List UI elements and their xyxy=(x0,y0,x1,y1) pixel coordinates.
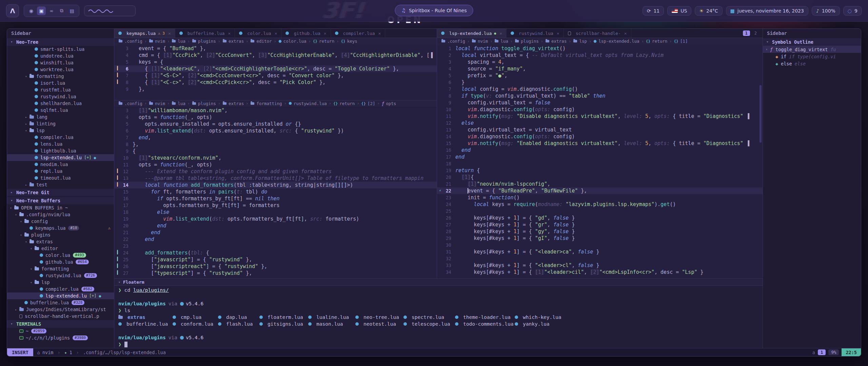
breadcrumb-segment[interactable]: plugins xyxy=(192,39,216,44)
breadcrumb-segment[interactable]: lua xyxy=(172,39,185,44)
breadcrumb-segment[interactable]: editor xyxy=(250,39,272,44)
close-icon[interactable]: × xyxy=(624,31,627,36)
close-icon[interactable]: × xyxy=(275,31,277,36)
code-line[interactable]: 28 keys[#keys + 1] = { "gy", false } xyxy=(437,228,763,235)
close-icon[interactable]: × xyxy=(228,31,231,36)
neotree-buffers-section-header[interactable]: ▾ Neo-Tree Buffers xyxy=(7,197,114,204)
code-line[interactable]: 10 vim.diagnostic.config(opts: config) xyxy=(437,106,763,113)
tree-item[interactable]: shellharden.lua xyxy=(7,100,114,107)
editor-tab[interactable]: github.lua× xyxy=(281,29,331,38)
code-line[interactable]: 14 vim.diagnostic.config(opts: config) xyxy=(437,133,763,140)
tree-item[interactable]: lsp-extended.lu[+]◉ xyxy=(7,154,114,161)
code-line[interactable]: 24 local keys = require(modname: "lazyvi… xyxy=(437,201,763,208)
scribble-input[interactable] xyxy=(84,5,136,16)
outline-item[interactable]: ◈elseelse xyxy=(763,60,861,67)
statusline-tab-indicator[interactable]: 1 xyxy=(818,349,826,355)
tabpage-number[interactable]: 1 xyxy=(743,30,750,36)
editor-tab[interactable]: keymaps.lua⚠ 3× xyxy=(114,29,175,38)
terminals-section-header[interactable]: ▾ TERMINALS xyxy=(7,320,114,328)
topbar-button-icon[interactable]: ∞ xyxy=(47,6,56,15)
tree-item[interactable]: winshift.lua xyxy=(7,59,114,66)
close-icon[interactable]: × xyxy=(378,31,381,36)
close-icon[interactable]: × xyxy=(324,31,327,36)
tree-item[interactable]: lens.lua xyxy=(7,141,114,147)
tree-item[interactable]: worktree.lua xyxy=(7,66,114,73)
symbols-outline-header[interactable]: ▾ Symbols Outline xyxy=(763,38,861,46)
code-line[interactable]: 21 [1]"neovim/nvim-lspconfig", xyxy=(437,181,763,187)
tree-item[interactable]: ▸test xyxy=(7,181,114,188)
tree-item[interactable]: color.lua#493 xyxy=(7,252,114,259)
code-window-color-lua[interactable]: 3 event = { "BufRead" },4 cmd = { [1]"Cc… xyxy=(114,44,437,100)
close-icon[interactable]: × xyxy=(168,31,171,36)
tree-item[interactable]: ▾.config/nvim/lua xyxy=(7,211,114,218)
tree-item[interactable]: ▾extras xyxy=(7,238,114,245)
code-line[interactable]: 23 xyxy=(114,243,437,249)
code-line[interactable]: 5 prefix = "●", xyxy=(437,72,763,79)
code-line[interactable]: 19return { xyxy=(437,167,763,174)
code-line[interactable]: 15 vim.notify(msg: "Enabled diagnostics … xyxy=(437,140,763,147)
breadcrumb-segment[interactable]: lua xyxy=(494,39,508,44)
code-line[interactable]: 11 vim.notify(msg: "Disable diagnostics … xyxy=(437,113,763,120)
code-line[interactable]: 12 else xyxy=(437,120,763,126)
tabpage-number[interactable]: 2 xyxy=(752,30,759,36)
code-line[interactable]: 8}, xyxy=(114,141,437,148)
tree-item[interactable]: ▾plugins xyxy=(7,231,114,238)
code-line[interactable]: 15 for ft, formatters in pairs(t: tbl) d… xyxy=(114,188,437,195)
scrollbar-handle[interactable] xyxy=(760,85,762,143)
outline-item[interactable]: ▾ƒtoggle_diag_virtextfu xyxy=(763,46,861,53)
code-line[interactable]: 24 add_formatters(tbl: { xyxy=(114,249,437,256)
code-line[interactable]: 16 end xyxy=(437,147,763,154)
breadcrumb-segment[interactable]: {}[1] xyxy=(674,39,688,44)
breadcrumb-segment[interactable]: nvim xyxy=(149,101,165,106)
code-line[interactable]: 6 vim.list_extend(dst: opts.ensure_insta… xyxy=(114,127,437,134)
breadcrumb-segment[interactable]: lua xyxy=(172,101,185,106)
code-line[interactable]: 9{ xyxy=(114,148,437,155)
code-line[interactable]: 3 spacing = 4, xyxy=(437,59,763,65)
breadcrumb-segment[interactable]: {}return xyxy=(646,39,667,44)
breadcrumb-segment[interactable]: nvim xyxy=(149,39,165,44)
tree-item[interactable]: rustywind.lua xyxy=(7,93,114,100)
breadcrumb-segment[interactable]: nvim xyxy=(472,39,488,44)
breadcrumb-segment[interactable]: {}[2] xyxy=(361,101,375,106)
neotree-section-header[interactable]: ▾ Neo-Tree xyxy=(7,38,114,46)
tree-item[interactable]: ▸Juegos/Indies/SteamLibrary/st xyxy=(7,306,114,313)
code-line[interactable]: 34 keys[#keys + 1] = { [1]"<leader>cil",… xyxy=(437,269,763,276)
tree-item[interactable]: ▾editor xyxy=(7,245,114,252)
code-line[interactable]: 27 ["typescript"] = { "rustywind" }, xyxy=(114,270,437,277)
widget-volume[interactable]: ♪100% xyxy=(812,6,840,16)
editor-tab[interactable]: bufferline.lua× xyxy=(175,29,235,38)
tree-item[interactable]: lightbulb.lua xyxy=(7,147,114,154)
code-line[interactable]: 8 { [1]"<C-c>", [2]"<cmd>CccPick<cr>", d… xyxy=(114,79,437,86)
code-line[interactable]: 20 [1]{ xyxy=(437,174,763,181)
code-line[interactable]: 29 keys[#keys + 1] = { "gI", false } xyxy=(437,235,763,242)
breadcrumb-segment[interactable]: .config xyxy=(118,101,142,106)
tree-item[interactable]: ▸linting xyxy=(7,120,114,127)
close-icon[interactable]: × xyxy=(557,31,559,36)
tree-item[interactable]: ▾lsp xyxy=(7,127,114,134)
tree-item[interactable]: ▾OPEN BUFFERS in ~ xyxy=(7,204,114,211)
code-line[interactable]: 20 end xyxy=(114,222,437,229)
path-link[interactable]: lua/plugins/ xyxy=(133,287,169,293)
widget-weather[interactable]: ☀24°C xyxy=(695,6,722,16)
code-line[interactable]: 4 opts = function(_, opts) xyxy=(114,114,437,121)
topbar-button-icon[interactable]: ▤ xyxy=(67,6,76,15)
code-line[interactable]: 6 } xyxy=(437,79,763,86)
code-line[interactable]: 19 vim.list_extend(dst: opts.formatters_… xyxy=(114,216,437,222)
tree-item[interactable]: repl.lua xyxy=(7,168,114,175)
breadcrumb-segment[interactable]: {}return xyxy=(333,101,355,106)
code-line[interactable]: 4 cmd = { [1]"CccPick", [2]"CccConvert",… xyxy=(114,52,437,59)
tree-item[interactable]: undotree.lua xyxy=(7,53,114,59)
breadcrumb-segment[interactable]: lsp xyxy=(573,39,587,44)
code-line[interactable]: 9 }, xyxy=(114,86,437,93)
breadcrumb-segment[interactable]: extras xyxy=(222,39,244,44)
breadcrumb-segment[interactable]: plugins xyxy=(515,39,539,44)
tree-item[interactable]: ▾formatting xyxy=(7,265,114,272)
widget-tray[interactable]: ◌9 xyxy=(843,6,862,16)
breadcrumb-segment[interactable]: {}keys xyxy=(341,39,357,44)
now-playing-widget[interactable]: ♫ Spiritbox - Rule Of Nines xyxy=(395,5,473,16)
code-line[interactable]: 3 [1]"williamboman/mason.nvim", xyxy=(114,107,437,114)
tree-item[interactable]: github.lua#654 xyxy=(7,259,114,265)
tree-item[interactable]: neodim.lua xyxy=(7,161,114,168)
breadcrumb-segment[interactable]: .config xyxy=(118,39,142,44)
code-line[interactable]: 33 keys[#keys + 1] = { "<leader>cl", fal… xyxy=(437,262,763,269)
